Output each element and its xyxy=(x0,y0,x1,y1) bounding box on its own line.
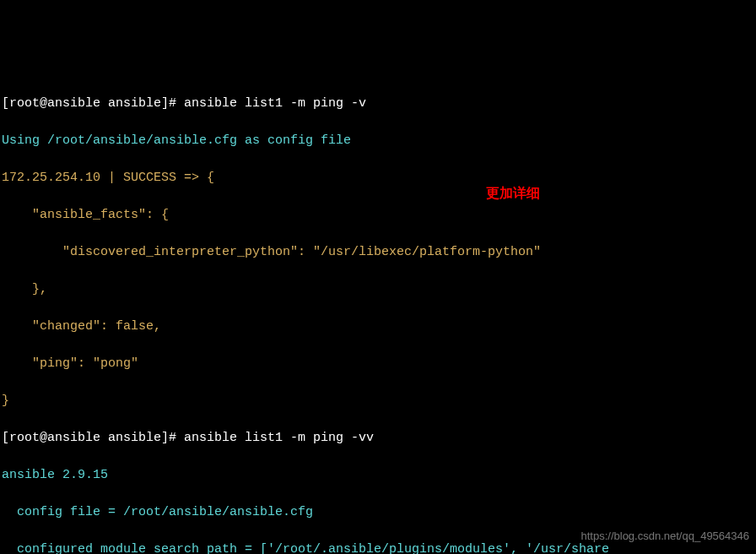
command-text: ansible list1 -m ping -vv xyxy=(184,431,374,445)
command-text: ansible list1 -m ping -v xyxy=(184,96,366,111)
host-result: 172.25.254.10 | SUCCESS => { xyxy=(2,169,754,187)
json-close: } xyxy=(2,392,754,410)
prompt-prefix: [root@ansible ansible]# xyxy=(2,431,184,445)
ping-line: "ping": "pong" xyxy=(2,355,754,373)
prompt-prefix: [root@ansible ansible]# xyxy=(2,96,184,111)
annotation-label: 更加详细 xyxy=(486,184,540,203)
facts-close: }, xyxy=(2,280,754,299)
interpreter-line: "discovered_interpreter_python": "/usr/l… xyxy=(2,243,754,262)
config-file-line: config file = /root/ansible/ansible.cfg xyxy=(2,503,754,522)
config-message: Using /root/ansible/ansible.cfg as confi… xyxy=(2,132,754,150)
changed-line: "changed": false, xyxy=(2,318,754,336)
terminal-output: [root@ansible ansible]# ansible list1 -m… xyxy=(2,76,754,554)
ansible-facts-open: "ansible_facts": { xyxy=(2,206,754,225)
watermark-text: https://blog.csdn.net/qq_49564346 xyxy=(581,527,750,546)
version-line: ansible 2.9.15 xyxy=(2,466,754,485)
